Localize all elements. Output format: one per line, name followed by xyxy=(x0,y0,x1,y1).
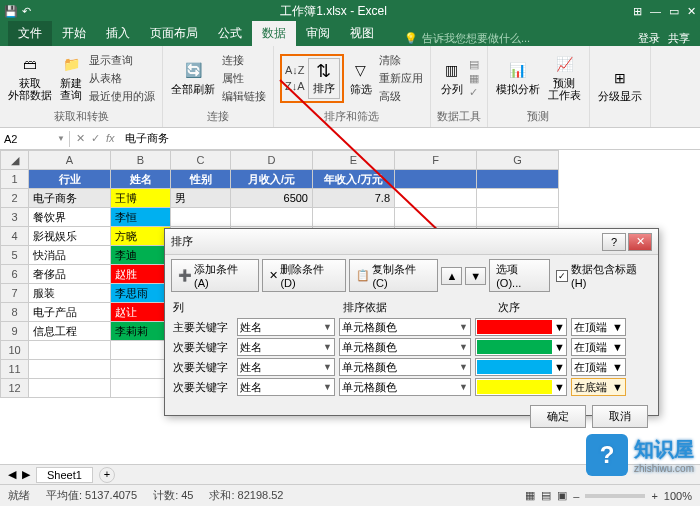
row-header-7[interactable]: 7 xyxy=(1,284,29,303)
zoom-in-icon[interactable]: + xyxy=(651,490,657,502)
col-header-D[interactable]: D xyxy=(231,151,313,170)
criteria-color-select[interactable]: ▼ xyxy=(475,378,567,396)
delete-condition-button[interactable]: ✕删除条件(D) xyxy=(262,259,346,292)
advanced-filter-button[interactable]: 高级 xyxy=(378,88,424,105)
tab-review[interactable]: 审阅 xyxy=(296,21,340,46)
criteria-position-select[interactable]: 在顶端▼ xyxy=(571,338,626,356)
prev-sheet-icon[interactable]: ◀ xyxy=(8,468,16,481)
next-sheet-icon[interactable]: ▶ xyxy=(22,468,30,481)
criteria-column-select[interactable]: 姓名▼ xyxy=(237,318,335,336)
dialog-close-button[interactable]: ✕ xyxy=(628,233,652,251)
cell[interactable] xyxy=(111,341,171,360)
sort-desc-button[interactable]: Z↓A xyxy=(284,79,306,93)
clear-filter-button[interactable]: 清除 xyxy=(378,52,424,69)
row-header-2[interactable]: 2 xyxy=(1,189,29,208)
header-cell[interactable]: 行业 xyxy=(29,170,111,189)
col-header-B[interactable]: B xyxy=(111,151,171,170)
forecast-button[interactable]: 📈预测 工作表 xyxy=(546,53,583,103)
recent-sources-button[interactable]: 最近使用的源 xyxy=(88,88,156,105)
header-cell[interactable]: 月收入/元 xyxy=(231,170,313,189)
move-down-button[interactable]: ▼ xyxy=(465,267,486,285)
name-box[interactable]: A2▼ xyxy=(0,131,70,147)
text-to-columns-button[interactable]: ▥分列 xyxy=(439,59,465,97)
row-header-6[interactable]: 6 xyxy=(1,265,29,284)
cell[interactable]: 赵让 xyxy=(111,303,171,322)
whatif-button[interactable]: 📊模拟分析 xyxy=(494,59,542,97)
row-header-10[interactable]: 10 xyxy=(1,341,29,360)
cell[interactable] xyxy=(29,379,111,398)
header-cell[interactable]: 姓名 xyxy=(111,170,171,189)
connections-button[interactable]: 连接 xyxy=(221,52,267,69)
col-header-A[interactable]: A xyxy=(29,151,111,170)
row-header-3[interactable]: 3 xyxy=(1,208,29,227)
criteria-basis-select[interactable]: 单元格颜色▼ xyxy=(339,378,471,396)
criteria-column-select[interactable]: 姓名▼ xyxy=(237,358,335,376)
cell[interactable]: 李迪 xyxy=(111,246,171,265)
filter-button[interactable]: ▽筛选 xyxy=(348,59,374,97)
tab-layout[interactable]: 页面布局 xyxy=(140,21,208,46)
properties-button[interactable]: 属性 xyxy=(221,70,267,87)
view-page-icon[interactable]: ▤ xyxy=(541,489,551,502)
add-sheet-button[interactable]: + xyxy=(99,467,115,483)
move-up-button[interactable]: ▲ xyxy=(441,267,462,285)
cell[interactable] xyxy=(395,208,477,227)
zoom-out-icon[interactable]: – xyxy=(573,490,579,502)
header-cell[interactable]: 年收入/万元 xyxy=(313,170,395,189)
cell[interactable]: 电子产品 xyxy=(29,303,111,322)
select-all-cell[interactable]: ◢ xyxy=(1,151,29,170)
col-header-C[interactable]: C xyxy=(171,151,231,170)
cell[interactable]: 王博 xyxy=(111,189,171,208)
criteria-basis-select[interactable]: 单元格颜色▼ xyxy=(339,318,471,336)
view-break-icon[interactable]: ▣ xyxy=(557,489,567,502)
add-condition-button[interactable]: ➕添加条件(A) xyxy=(171,259,259,292)
sort-asc-button[interactable]: A↓Z xyxy=(284,63,306,77)
cancel-formula-icon[interactable]: ✕ xyxy=(76,132,85,145)
flash-fill-icon[interactable]: ▤ xyxy=(469,58,479,71)
undo-icon[interactable]: ↶ xyxy=(22,5,31,18)
from-table-button[interactable]: 从表格 xyxy=(88,70,156,87)
criteria-position-select[interactable]: 在顶端▼ xyxy=(571,358,626,376)
criteria-color-select[interactable]: ▼ xyxy=(475,338,567,356)
enter-formula-icon[interactable]: ✓ xyxy=(91,132,100,145)
sort-options-button[interactable]: 选项(O)... xyxy=(489,259,550,292)
criteria-color-select[interactable]: ▼ xyxy=(475,318,567,336)
tab-insert[interactable]: 插入 xyxy=(96,21,140,46)
refresh-all-button[interactable]: 🔄全部刷新 xyxy=(169,59,217,97)
criteria-basis-select[interactable]: 单元格颜色▼ xyxy=(339,338,471,356)
ribbon-options-icon[interactable]: ⊞ xyxy=(633,5,642,18)
tab-home[interactable]: 开始 xyxy=(52,21,96,46)
tell-me[interactable]: 💡告诉我您想要做什么... xyxy=(384,31,628,46)
cell[interactable]: 男 xyxy=(171,189,231,208)
header-cell[interactable]: 性别 xyxy=(171,170,231,189)
row-header-8[interactable]: 8 xyxy=(1,303,29,322)
cancel-button[interactable]: 取消 xyxy=(592,405,648,428)
cell[interactable] xyxy=(395,189,477,208)
get-external-data-button[interactable]: 🗃获取 外部数据 xyxy=(6,53,54,103)
sheet-tab[interactable]: Sheet1 xyxy=(36,467,93,483)
new-query-button[interactable]: 📁新建 查询 xyxy=(58,53,84,103)
row-header-11[interactable]: 11 xyxy=(1,360,29,379)
validation-icon[interactable]: ✓ xyxy=(469,86,479,99)
cell[interactable]: 李思雨 xyxy=(111,284,171,303)
view-normal-icon[interactable]: ▦ xyxy=(525,489,535,502)
share-button[interactable]: 共享 xyxy=(668,31,690,46)
copy-condition-button[interactable]: 📋复制条件(C) xyxy=(349,259,438,292)
tab-file[interactable]: 文件 xyxy=(8,21,52,46)
col-header-F[interactable]: F xyxy=(395,151,477,170)
criteria-color-select[interactable]: ▼ xyxy=(475,358,567,376)
ok-button[interactable]: 确定 xyxy=(530,405,586,428)
edit-links-button[interactable]: 编辑链接 xyxy=(221,88,267,105)
cell[interactable]: 服装 xyxy=(29,284,111,303)
maximize-icon[interactable]: ▭ xyxy=(669,5,679,18)
sort-dialog-button[interactable]: ⇅排序 xyxy=(308,58,340,99)
cell[interactable]: 7.8 xyxy=(313,189,395,208)
cell[interactable]: 电子商务 xyxy=(29,189,111,208)
cell[interactable]: 影视娱乐 xyxy=(29,227,111,246)
dialog-help-button[interactable]: ? xyxy=(602,233,626,251)
cell[interactable]: 奢侈品 xyxy=(29,265,111,284)
cell[interactable] xyxy=(111,379,171,398)
cell[interactable]: 6500 xyxy=(231,189,313,208)
cell[interactable]: 李恒 xyxy=(111,208,171,227)
cell[interactable]: 信息工程 xyxy=(29,322,111,341)
close-icon[interactable]: ✕ xyxy=(687,5,696,18)
